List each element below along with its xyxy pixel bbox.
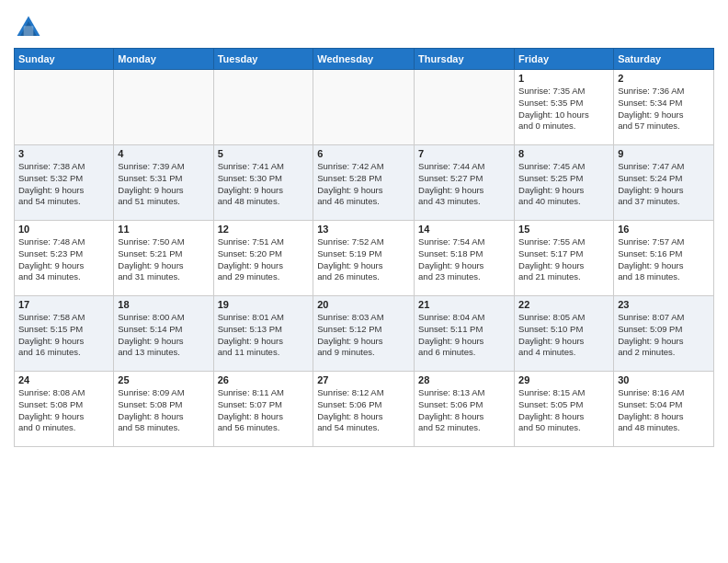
day-info: Sunrise: 7:48 AM Sunset: 5:23 PM Dayligh…: [18, 236, 109, 283]
calendar-cell: 4Sunrise: 7:39 AM Sunset: 5:31 PM Daylig…: [114, 145, 213, 221]
day-info: Sunrise: 8:15 AM Sunset: 5:05 PM Dayligh…: [518, 387, 609, 434]
day-info: Sunrise: 7:47 AM Sunset: 5:24 PM Dayligh…: [618, 161, 710, 208]
day-number: 10: [18, 224, 109, 235]
day-info: Sunrise: 8:16 AM Sunset: 5:04 PM Dayligh…: [618, 387, 710, 434]
day-info: Sunrise: 7:38 AM Sunset: 5:32 PM Dayligh…: [18, 161, 109, 208]
day-number: 30: [618, 374, 710, 385]
day-info: Sunrise: 7:57 AM Sunset: 5:16 PM Dayligh…: [618, 236, 710, 283]
calendar-week-row: 10Sunrise: 7:48 AM Sunset: 5:23 PM Dayli…: [15, 221, 714, 296]
svg-rect-2: [24, 26, 34, 36]
calendar-header-friday: Friday: [515, 49, 614, 70]
calendar-cell: 8Sunrise: 7:45 AM Sunset: 5:25 PM Daylig…: [515, 145, 614, 221]
day-number: 13: [317, 224, 410, 235]
logo-icon: [14, 13, 43, 42]
calendar-cell: 23Sunrise: 8:07 AM Sunset: 5:09 PM Dayli…: [614, 296, 714, 372]
day-info: Sunrise: 7:51 AM Sunset: 5:20 PM Dayligh…: [218, 236, 310, 283]
day-number: 17: [18, 299, 109, 310]
day-number: 18: [118, 299, 209, 310]
day-number: 25: [118, 374, 209, 385]
calendar-cell: 27Sunrise: 8:12 AM Sunset: 5:06 PM Dayli…: [313, 372, 415, 447]
day-info: Sunrise: 7:58 AM Sunset: 5:15 PM Dayligh…: [18, 312, 109, 359]
calendar-cell: [114, 70, 213, 145]
day-info: Sunrise: 8:05 AM Sunset: 5:10 PM Dayligh…: [518, 312, 609, 359]
day-number: 6: [317, 148, 410, 159]
day-info: Sunrise: 8:11 AM Sunset: 5:07 PM Dayligh…: [218, 387, 310, 434]
day-number: 3: [18, 148, 109, 159]
day-info: Sunrise: 7:36 AM Sunset: 5:34 PM Dayligh…: [618, 86, 710, 132]
page: SundayMondayTuesdayWednesdayThursdayFrid…: [0, 0, 728, 456]
calendar-cell: 24Sunrise: 8:08 AM Sunset: 5:08 PM Dayli…: [15, 372, 114, 447]
day-info: Sunrise: 8:08 AM Sunset: 5:08 PM Dayligh…: [18, 387, 109, 434]
day-number: 12: [218, 224, 310, 235]
day-number: 27: [317, 374, 410, 385]
calendar-header-monday: Monday: [114, 49, 213, 70]
calendar-cell: 30Sunrise: 8:16 AM Sunset: 5:04 PM Dayli…: [614, 372, 714, 447]
logo: [14, 13, 47, 42]
calendar-header-tuesday: Tuesday: [213, 49, 313, 70]
day-info: Sunrise: 8:09 AM Sunset: 5:08 PM Dayligh…: [118, 387, 209, 434]
day-info: Sunrise: 8:00 AM Sunset: 5:14 PM Dayligh…: [118, 312, 209, 359]
calendar-cell: [415, 70, 515, 145]
day-number: 8: [518, 148, 609, 159]
calendar-cell: 6Sunrise: 7:42 AM Sunset: 5:28 PM Daylig…: [313, 145, 415, 221]
calendar-cell: 19Sunrise: 8:01 AM Sunset: 5:13 PM Dayli…: [213, 296, 313, 372]
calendar-cell: 9Sunrise: 7:47 AM Sunset: 5:24 PM Daylig…: [614, 145, 714, 221]
calendar-cell: 20Sunrise: 8:03 AM Sunset: 5:12 PM Dayli…: [313, 296, 415, 372]
day-number: 19: [218, 299, 310, 310]
day-number: 1: [518, 73, 609, 84]
day-number: 20: [317, 299, 410, 310]
day-info: Sunrise: 7:44 AM Sunset: 5:27 PM Dayligh…: [418, 161, 510, 208]
day-info: Sunrise: 8:13 AM Sunset: 5:06 PM Dayligh…: [418, 387, 510, 434]
calendar-cell: 11Sunrise: 7:50 AM Sunset: 5:21 PM Dayli…: [114, 221, 213, 296]
day-number: 22: [518, 299, 609, 310]
day-number: 14: [418, 224, 510, 235]
calendar-week-row: 3Sunrise: 7:38 AM Sunset: 5:32 PM Daylig…: [15, 145, 714, 221]
day-number: 28: [418, 374, 510, 385]
calendar: SundayMondayTuesdayWednesdayThursdayFrid…: [14, 48, 714, 447]
calendar-week-row: 17Sunrise: 7:58 AM Sunset: 5:15 PM Dayli…: [15, 296, 714, 372]
day-info: Sunrise: 8:12 AM Sunset: 5:06 PM Dayligh…: [317, 387, 410, 434]
day-info: Sunrise: 7:50 AM Sunset: 5:21 PM Dayligh…: [118, 236, 209, 283]
calendar-cell: 3Sunrise: 7:38 AM Sunset: 5:32 PM Daylig…: [15, 145, 114, 221]
day-info: Sunrise: 7:45 AM Sunset: 5:25 PM Dayligh…: [518, 161, 609, 208]
day-number: 9: [618, 148, 710, 159]
day-number: 16: [618, 224, 710, 235]
day-number: 7: [418, 148, 510, 159]
calendar-cell: 18Sunrise: 8:00 AM Sunset: 5:14 PM Dayli…: [114, 296, 213, 372]
calendar-cell: 10Sunrise: 7:48 AM Sunset: 5:23 PM Dayli…: [15, 221, 114, 296]
day-info: Sunrise: 7:39 AM Sunset: 5:31 PM Dayligh…: [118, 161, 209, 208]
day-number: 2: [618, 73, 710, 84]
day-number: 5: [218, 148, 310, 159]
calendar-cell: 29Sunrise: 8:15 AM Sunset: 5:05 PM Dayli…: [515, 372, 614, 447]
calendar-header-sunday: Sunday: [15, 49, 114, 70]
calendar-cell: [213, 70, 313, 145]
calendar-cell: 7Sunrise: 7:44 AM Sunset: 5:27 PM Daylig…: [415, 145, 515, 221]
day-info: Sunrise: 7:55 AM Sunset: 5:17 PM Dayligh…: [518, 236, 609, 283]
day-number: 21: [418, 299, 510, 310]
calendar-cell: 12Sunrise: 7:51 AM Sunset: 5:20 PM Dayli…: [213, 221, 313, 296]
calendar-cell: 16Sunrise: 7:57 AM Sunset: 5:16 PM Dayli…: [614, 221, 714, 296]
calendar-header-thursday: Thursday: [415, 49, 515, 70]
day-info: Sunrise: 7:41 AM Sunset: 5:30 PM Dayligh…: [218, 161, 310, 208]
calendar-cell: 1Sunrise: 7:35 AM Sunset: 5:35 PM Daylig…: [515, 70, 614, 145]
day-info: Sunrise: 7:54 AM Sunset: 5:18 PM Dayligh…: [418, 236, 510, 283]
day-info: Sunrise: 8:03 AM Sunset: 5:12 PM Dayligh…: [317, 312, 410, 359]
calendar-week-row: 1Sunrise: 7:35 AM Sunset: 5:35 PM Daylig…: [15, 70, 714, 145]
day-number: 4: [118, 148, 209, 159]
calendar-cell: 22Sunrise: 8:05 AM Sunset: 5:10 PM Dayli…: [515, 296, 614, 372]
calendar-cell: 15Sunrise: 7:55 AM Sunset: 5:17 PM Dayli…: [515, 221, 614, 296]
day-number: 11: [118, 224, 209, 235]
day-number: 26: [218, 374, 310, 385]
day-info: Sunrise: 8:01 AM Sunset: 5:13 PM Dayligh…: [218, 312, 310, 359]
day-number: 23: [618, 299, 710, 310]
calendar-cell: 13Sunrise: 7:52 AM Sunset: 5:19 PM Dayli…: [313, 221, 415, 296]
calendar-header-row: SundayMondayTuesdayWednesdayThursdayFrid…: [15, 49, 714, 70]
day-number: 24: [18, 374, 109, 385]
header: [14, 9, 714, 42]
calendar-cell: [313, 70, 415, 145]
day-info: Sunrise: 7:42 AM Sunset: 5:28 PM Dayligh…: [317, 161, 410, 208]
day-info: Sunrise: 8:04 AM Sunset: 5:11 PM Dayligh…: [418, 312, 510, 359]
calendar-cell: 14Sunrise: 7:54 AM Sunset: 5:18 PM Dayli…: [415, 221, 515, 296]
calendar-cell: 5Sunrise: 7:41 AM Sunset: 5:30 PM Daylig…: [213, 145, 313, 221]
calendar-cell: 25Sunrise: 8:09 AM Sunset: 5:08 PM Dayli…: [114, 372, 213, 447]
